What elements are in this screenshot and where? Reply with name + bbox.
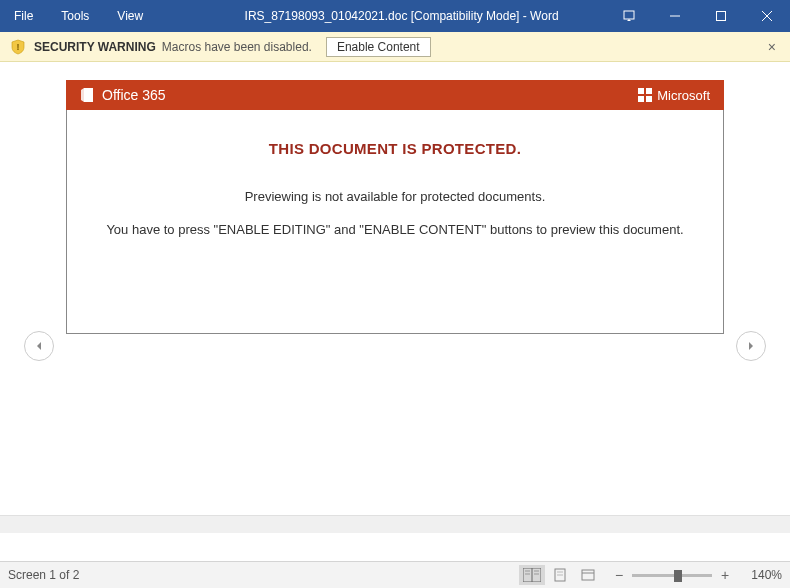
- zoom-control: − + 140%: [610, 566, 782, 584]
- minimize-icon[interactable]: [652, 0, 698, 32]
- doc-line-1: Previewing is not available for protecte…: [67, 189, 723, 204]
- status-bar: Screen 1 of 2 − + 140%: [0, 561, 790, 588]
- zoom-slider[interactable]: [632, 574, 712, 577]
- svg-rect-0: [624, 11, 634, 19]
- enable-content-button[interactable]: Enable Content: [326, 37, 431, 57]
- screen-indicator: Screen 1 of 2: [8, 568, 79, 582]
- dismiss-warning-icon[interactable]: ×: [764, 39, 780, 55]
- view-read-mode-icon[interactable]: [519, 565, 545, 585]
- security-warning-bar: ! SECURITY WARNING Macros have been disa…: [0, 32, 790, 62]
- zoom-in-button[interactable]: +: [716, 566, 734, 584]
- doc-headline: THIS DOCUMENT IS PROTECTED.: [67, 140, 723, 157]
- title-bar: File Tools View IRS_87198093_01042021.do…: [0, 0, 790, 32]
- prev-page-button[interactable]: [24, 331, 54, 361]
- window-title: IRS_87198093_01042021.doc [Compatibility…: [157, 9, 606, 23]
- office365-logo: Office 365: [80, 87, 166, 103]
- horizontal-scrollbar[interactable]: [0, 515, 790, 533]
- maximize-icon[interactable]: [698, 0, 744, 32]
- menu-tools[interactable]: Tools: [47, 0, 103, 32]
- next-page-button[interactable]: [736, 331, 766, 361]
- shield-warning-icon: !: [10, 39, 26, 55]
- zoom-value[interactable]: 140%: [742, 568, 782, 582]
- menu-view[interactable]: View: [103, 0, 157, 32]
- svg-rect-2: [717, 12, 726, 21]
- svg-text:!: !: [17, 42, 20, 52]
- doc-line-2: You have to press "ENABLE EDITING" and "…: [67, 222, 723, 237]
- office365-label: Office 365: [102, 87, 166, 103]
- microsoft-label: Microsoft: [657, 88, 710, 103]
- view-print-layout-icon[interactable]: [547, 565, 573, 585]
- zoom-slider-thumb[interactable]: [674, 570, 682, 582]
- security-message: Macros have been disabled.: [162, 40, 312, 54]
- window-controls: [606, 0, 790, 32]
- document-area: Office 365 Microsoft THIS DOCUMENT IS PR…: [0, 62, 790, 560]
- zoom-out-button[interactable]: −: [610, 566, 628, 584]
- view-web-layout-icon[interactable]: [575, 565, 601, 585]
- svg-rect-20: [582, 570, 594, 580]
- doc-header-bar: Office 365 Microsoft: [66, 80, 724, 110]
- document-page: Office 365 Microsoft THIS DOCUMENT IS PR…: [66, 80, 724, 334]
- svg-rect-9: [638, 96, 644, 102]
- svg-rect-8: [646, 88, 652, 94]
- close-icon[interactable]: [744, 0, 790, 32]
- security-label: SECURITY WARNING: [34, 40, 156, 54]
- ribbon-options-icon[interactable]: [606, 0, 652, 32]
- microsoft-logo: Microsoft: [638, 88, 710, 103]
- svg-rect-10: [646, 96, 652, 102]
- doc-body: THIS DOCUMENT IS PROTECTED. Previewing i…: [66, 110, 724, 334]
- svg-rect-6: [84, 88, 93, 102]
- svg-rect-7: [638, 88, 644, 94]
- menu-file[interactable]: File: [0, 0, 47, 32]
